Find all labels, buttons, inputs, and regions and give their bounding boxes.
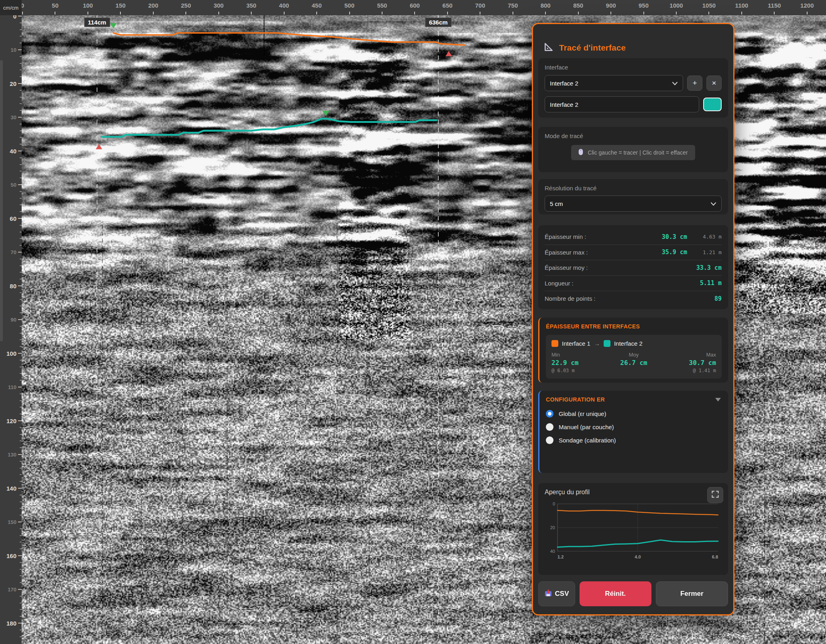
top-ruler-label: 400	[279, 2, 289, 9]
radio-option[interactable]: Manuel (par couche)	[546, 423, 722, 431]
set-square-icon	[543, 42, 554, 54]
reset-button[interactable]: Réinit.	[580, 581, 651, 606]
left-ruler-tick	[20, 616, 22, 617]
left-ruler-tick	[20, 461, 22, 462]
left-ruler-tick	[20, 198, 22, 199]
resolution-value: 5 cm	[550, 200, 563, 207]
top-ruler-label: 300	[214, 2, 224, 9]
left-ruler-tick	[20, 434, 22, 435]
top-ruler-label: 750	[508, 2, 518, 9]
resolution-card: Résolution du tracé 5 cm	[538, 179, 728, 214]
top-ruler-tick	[414, 12, 415, 14]
interface-label: Interface	[545, 64, 722, 71]
top-ruler-label: 700	[475, 2, 485, 9]
stat-row: Nombre de points :89	[545, 291, 722, 306]
trace-mode-hint: Clic gauche = tracer | Clic droit = effa…	[571, 145, 695, 160]
left-ruler-label: 130	[8, 452, 16, 458]
expand-button[interactable]	[707, 487, 723, 503]
thickness-col-moy: Moy26.7 cm	[606, 352, 661, 373]
chart-x-tick: 6.8	[712, 554, 718, 559]
resolution-select[interactable]: 5 cm	[545, 196, 722, 212]
left-ruler-label: 80	[10, 283, 16, 289]
left-ruler-tick	[20, 562, 22, 563]
vertical-scrollbar[interactable]	[0, 60, 3, 341]
left-ruler-tick	[20, 265, 22, 266]
left-ruler-label: 100	[6, 350, 16, 357]
csv-export-button[interactable]: CSV	[538, 581, 575, 606]
stat-value: 30.3 cm	[662, 233, 687, 240]
remove-interface-button[interactable]: ×	[706, 75, 722, 91]
interface-card: Interface Interface 2 + × Interface 2	[538, 58, 728, 118]
top-ruler-tick	[643, 12, 644, 14]
left-ruler-label: 10	[11, 47, 16, 53]
interface-name-input[interactable]: Interface 2	[545, 96, 699, 112]
collapse-icon[interactable]	[715, 398, 721, 401]
left-ruler-tick	[18, 151, 22, 151]
fullscreen-icon	[712, 491, 719, 499]
left-ruler-label: 50	[11, 182, 16, 188]
close-button[interactable]: Fermer	[656, 581, 728, 606]
radio-option[interactable]: Global (εr unique)	[546, 410, 722, 418]
stat-label: Épaisseur max :	[545, 249, 588, 256]
left-ruler-tick	[20, 582, 22, 583]
thickness-col-value: 26.7 cm	[606, 359, 661, 367]
left-ruler-tick	[20, 393, 22, 394]
left-ruler-tick	[20, 447, 22, 448]
top-ruler-label: 900	[606, 2, 616, 9]
top-ruler-label: 500	[344, 2, 354, 9]
left-ruler-tick	[20, 211, 22, 212]
thickness-details: Interface 1 → Interface 2 Min22.9 cm@ 6.…	[546, 335, 722, 379]
left-ruler-tick	[18, 218, 22, 219]
thickness-col-value: 30.7 cm	[661, 359, 716, 367]
thickness-card: ÉPAISSEUR ENTRE INTERFACES Interface 1 →…	[538, 318, 728, 383]
left-ruler-tick	[20, 299, 22, 300]
left-ruler-tick	[20, 29, 22, 30]
left-ruler-tick	[20, 90, 22, 91]
left-ruler-tick	[20, 414, 22, 414]
left-ruler-tick	[20, 501, 22, 502]
thickness-title: ÉPAISSEUR ENTRE INTERFACES	[546, 323, 722, 330]
trace-mode-label: Mode de tracé	[545, 132, 722, 139]
top-ruler-tick	[349, 12, 350, 14]
left-ruler-label: 70	[11, 249, 16, 255]
left-ruler-tick	[20, 204, 22, 205]
left-ruler-tick	[20, 245, 22, 246]
left-ruler-label: 60	[10, 215, 16, 222]
left-ruler-tick	[18, 319, 22, 320]
chart-y-tick: 20	[550, 525, 555, 530]
left-ruler-tick	[18, 184, 22, 185]
radio-selected-icon[interactable]	[546, 410, 553, 418]
radio-icon[interactable]	[546, 436, 553, 444]
left-ruler-tick	[20, 596, 22, 597]
top-ruler-tick	[251, 12, 252, 14]
left-ruler-tick	[20, 36, 22, 37]
interface2-name: Interface 2	[614, 340, 643, 347]
radio-icon[interactable]	[546, 423, 553, 431]
left-ruler-tick	[18, 285, 22, 286]
left-ruler-tick	[20, 400, 22, 401]
left-ruler-label: 30	[11, 114, 16, 120]
top-ruler-tick	[316, 12, 317, 14]
profile-preview-card: Aperçu du profil 020401.24.06.8	[538, 483, 728, 575]
interface-select[interactable]: Interface 2	[545, 75, 683, 91]
stat-label: Nombre de points :	[545, 295, 596, 302]
left-ruler-tick	[20, 124, 22, 124]
left-ruler-tick	[20, 548, 22, 549]
radio-option[interactable]: Sondage (calibration)	[546, 436, 722, 444]
top-ruler-tick	[610, 12, 611, 14]
top-ruler-label: 800	[541, 2, 551, 9]
mouse-icon	[578, 149, 583, 157]
left-ruler-tick	[20, 97, 22, 98]
top-ruler-label: 100	[83, 2, 93, 9]
radio-label: Global (εr unique)	[559, 410, 606, 417]
profile-preview-title: Aperçu du profil	[545, 489, 722, 496]
top-ruler-tick	[447, 12, 448, 14]
thickness-col-position: @ 1.41 m	[661, 368, 716, 373]
interface-color-swatch[interactable]	[703, 98, 722, 111]
left-ruler-tick	[18, 353, 22, 354]
add-interface-button[interactable]: +	[687, 75, 702, 91]
top-ruler-label: 1000	[669, 2, 683, 9]
top-ruler-label: 850	[573, 2, 583, 9]
top-ruler-label: 600	[410, 2, 420, 9]
stats-card: Épaisseur min :30.3 cm4.63 mÉpaisseur ma…	[538, 225, 728, 309]
